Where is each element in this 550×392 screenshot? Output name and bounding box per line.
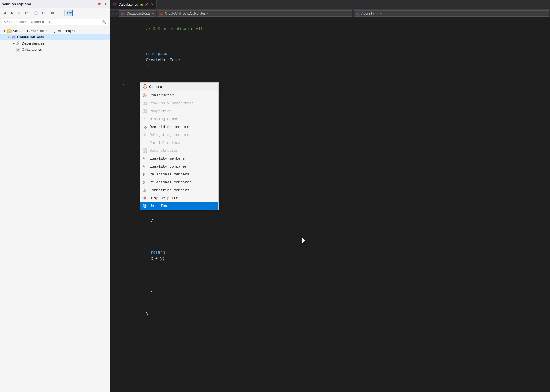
svg-rect-38 <box>143 151 144 153</box>
split-btn[interactable]: ⊞ <box>49 10 56 16</box>
calculator-cs-node[interactable]: C# Calculator.cs <box>0 47 110 53</box>
formatting-icon <box>142 188 147 193</box>
relational-icon: +/ -* <box>142 172 147 177</box>
code-line-ns: namespace CreateUnitTests ; <box>110 45 550 76</box>
tab-csharp-icon: C# <box>113 2 117 7</box>
ctx-menu-header: ⚡ Generate <box>140 83 218 91</box>
nav-dropdown-method[interactable]: fn Add(int x, ir ▼ <box>354 10 549 17</box>
ctx-label-overriding: Overriding members <box>150 125 216 129</box>
ctx-item-relational-comparer[interactable]: +/ -* Relational comparer <box>140 178 218 186</box>
search-input[interactable] <box>2 19 108 25</box>
ctx-item-delegating[interactable]: Delegating members <box>140 131 218 139</box>
ctx-item-equality[interactable]: +/ -* Equality members <box>140 155 218 162</box>
svg-text:-*: -* <box>143 182 146 184</box>
nav-dropdown-class[interactable]: cls CreateUnitTests.Calculator ▼ <box>157 10 352 17</box>
ctx-item-relational[interactable]: +/ -* Relational members <box>140 170 218 178</box>
svg-rect-25 <box>143 102 147 105</box>
svg-text:fn: fn <box>356 13 358 15</box>
ctx-item-overriding[interactable]: ^ o Overriding members <box>140 123 218 131</box>
project-node[interactable]: ▼ C# CreateUnitTests <box>0 34 110 40</box>
ctx-item-properties[interactable]: Properties <box>140 107 218 115</box>
partial-icon <box>142 140 147 145</box>
ctx-item-constructor[interactable]: * Constructor <box>140 91 218 99</box>
se-close-btn[interactable]: ✕ <box>103 2 108 7</box>
se-pin-btn[interactable]: 📌 <box>97 2 102 7</box>
svg-text:⚡: ⚡ <box>144 85 146 88</box>
ctx-label-equality-comparer: Equality comparer <box>150 164 216 169</box>
code-line-close-brace1: } <box>110 274 550 305</box>
nav-dropdown-arrow-2: ▼ <box>206 12 209 15</box>
dependencies-node[interactable]: ▶ Dependencies <box>0 40 110 47</box>
code-text-return: return x + y; <box>126 237 550 274</box>
dispose-icon <box>142 195 147 201</box>
nav-dropdown-namespace[interactable]: C# CreateUnitTests ▼ <box>119 10 156 17</box>
se-titlebar-buttons: 📌 ✕ <box>97 2 108 7</box>
relational-comparer-icon: +/ -* <box>142 180 147 185</box>
svg-point-7 <box>19 44 20 45</box>
dependencies-expand[interactable]: ▶ <box>11 41 16 46</box>
code-line-blank2 <box>110 76 550 82</box>
svg-marker-35 <box>143 141 146 144</box>
deconstructor-icon <box>142 148 147 153</box>
svg-text:-*: -* <box>143 166 146 169</box>
svg-rect-39 <box>145 151 147 153</box>
home-btn[interactable]: ⌂ <box>16 10 23 16</box>
history-btn[interactable]: 🕒 <box>32 10 39 16</box>
nav-dropdown-arrow-1: ▼ <box>152 12 154 15</box>
ctx-label-readonly: Read-only properties <box>150 101 216 105</box>
nav-class-label: CreateUnitTests.Calculator <box>165 12 205 16</box>
back-btn[interactable]: ◀ <box>1 10 8 16</box>
ctx-item-formatting[interactable]: Formatting members <box>140 186 218 194</box>
solution-tree: ▼ sol Solution 'CreateUnitTests' (1 of 1… <box>0 27 110 392</box>
ctx-item-missing[interactable]: ^ Missing members <box>140 115 218 123</box>
se-titlebar: Solution Explorer 📌 ✕ <box>0 0 110 8</box>
sync-btn[interactable]: ⟳ <box>23 10 30 16</box>
ctx-item-partial[interactable]: Partial methods <box>140 139 218 147</box>
svg-rect-37 <box>145 149 147 150</box>
readonly-icon <box>142 101 147 106</box>
code-text-1: // ReSharper disable All <box>126 20 550 38</box>
ctx-label-partial: Partial methods <box>150 141 216 145</box>
ctx-item-deconstructor[interactable]: Deconstructor <box>140 147 218 155</box>
solution-expand[interactable]: ▼ <box>2 29 7 33</box>
collapse-class[interactable]: − <box>121 82 126 88</box>
ctx-item-equality-comparer[interactable]: +/ -* Equality comparer <box>140 162 218 170</box>
se-toolbar: ◀ ▶ ⌂ ⟳ 🕒 ↩ ⊞ ⊟ ⚙▾ <box>0 8 110 17</box>
svg-rect-36 <box>143 149 144 150</box>
svg-point-6 <box>17 44 18 45</box>
nav-angle-brackets: <> <box>111 11 118 16</box>
new-split-btn[interactable]: ⊟ <box>56 10 63 16</box>
tab-filename: Calculator.cs <box>119 3 138 6</box>
nav-namespace-label: CreateUnitTests <box>126 12 150 16</box>
constructor-icon: * <box>142 93 147 98</box>
ctx-item-readonly[interactable]: Read-only properties <box>140 99 218 107</box>
forward-btn[interactable]: ▶ <box>8 10 15 16</box>
back2-btn[interactable]: ↩ <box>40 10 47 16</box>
ctx-label-constructor: Constructor <box>150 93 216 98</box>
svg-rect-28 <box>143 110 147 113</box>
ctx-item-dispose[interactable]: Dispose pattern <box>140 194 218 202</box>
kw-return: return <box>151 250 167 255</box>
code-text-ns: namespace CreateUnitTests ; <box>126 45 550 76</box>
se-search-wrapper: 🔍 <box>2 19 108 25</box>
code-text-close2: } <box>126 305 550 324</box>
svg-marker-48 <box>143 188 146 192</box>
ctx-item-unit-test[interactable]: Unit Test <box>140 202 218 210</box>
tab-close-btn[interactable]: ✕ <box>151 3 154 6</box>
project-expand[interactable]: ▼ <box>7 35 11 39</box>
ctx-label-missing: Missing members <box>150 117 216 121</box>
filter-btn[interactable]: ⚙▾ <box>66 10 73 16</box>
ctx-label-equality: Equality members <box>150 157 216 161</box>
project-label: CreateUnitTests <box>17 35 44 39</box>
solution-node[interactable]: ▼ sol Solution 'CreateUnitTests' (1 of 1… <box>0 28 110 34</box>
ctx-label-relational-comparer: Relational comparer <box>150 180 216 184</box>
code-text-blank <box>126 38 550 45</box>
code-editor: C# Calculator.cs 🔒 📌 ✕ <> C# CreateUnitT… <box>110 0 550 392</box>
solution-label: Solution 'CreateUnitTests' (1 of 1 proje… <box>13 29 76 33</box>
editor-tabs: C# Calculator.cs 🔒 📌 ✕ <box>110 0 550 10</box>
code-content[interactable]: // ReSharper disable All namespace Creat… <box>110 17 550 392</box>
collapse-method[interactable]: − <box>121 131 126 138</box>
csharp-project-icon: C# <box>11 35 16 39</box>
calculator-tab[interactable]: C# Calculator.cs 🔒 📌 ✕ <box>110 0 157 9</box>
toolbar-separator-1 <box>31 10 31 16</box>
